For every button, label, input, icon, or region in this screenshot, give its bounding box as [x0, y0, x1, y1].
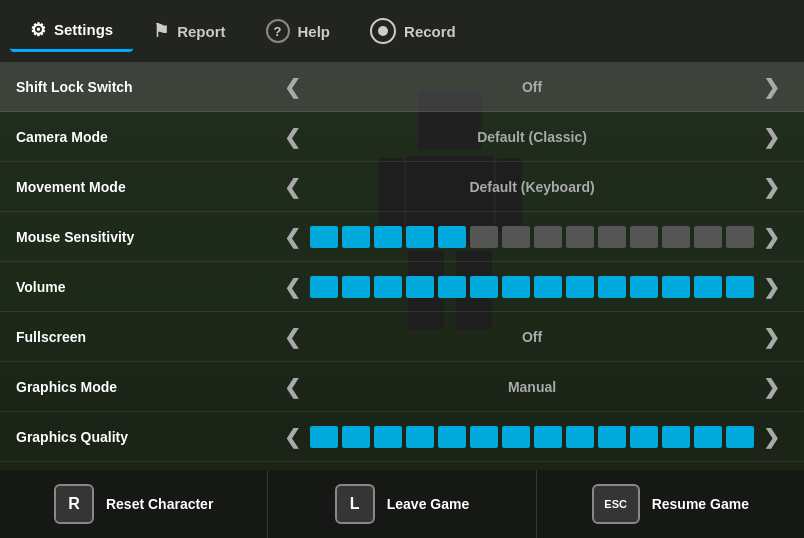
gcell-10	[598, 426, 626, 448]
gcell-6	[470, 426, 498, 448]
cell-4	[406, 226, 434, 248]
movement-mode-left[interactable]: ❮	[276, 171, 309, 203]
shift-lock-left[interactable]: ❮	[276, 71, 309, 103]
cell-10	[598, 226, 626, 248]
graphics-quality-slider[interactable]	[309, 426, 755, 448]
volume-label: Volume	[16, 279, 276, 295]
cell-5	[438, 226, 466, 248]
cell-2	[342, 226, 370, 248]
record-icon	[370, 18, 396, 44]
cell-1	[310, 226, 338, 248]
leave-key-badge: L	[335, 484, 375, 524]
vcell-7	[502, 276, 530, 298]
movement-mode-control: ❮ Default (Keyboard) ❯	[276, 171, 788, 203]
settings-icon: ⚙	[30, 19, 46, 41]
graphics-mode-label: Graphics Mode	[16, 379, 276, 395]
camera-mode-right[interactable]: ❯	[755, 121, 788, 153]
nav-record[interactable]: Record	[350, 10, 476, 52]
vcell-12	[662, 276, 690, 298]
gcell-2	[342, 426, 370, 448]
vcell-9	[566, 276, 594, 298]
setting-row-graphics-quality: Graphics Quality ❮	[0, 412, 804, 462]
volume-control: ❮ ❯	[276, 271, 788, 303]
volume-slider[interactable]	[309, 276, 755, 298]
report-icon: ⚑	[153, 20, 169, 42]
help-icon: ?	[266, 19, 290, 43]
nav-settings[interactable]: ⚙ Settings	[10, 11, 133, 52]
gcell-11	[630, 426, 658, 448]
setting-row-shift-lock: Shift Lock Switch ❮ Off ❯	[0, 62, 804, 112]
setting-row-volume: Volume ❮	[0, 262, 804, 312]
gcell-8	[534, 426, 562, 448]
gcell-13	[694, 426, 722, 448]
gcell-12	[662, 426, 690, 448]
shift-lock-right[interactable]: ❯	[755, 71, 788, 103]
graphics-quality-left[interactable]: ❮	[276, 421, 309, 453]
vcell-5	[438, 276, 466, 298]
volume-right[interactable]: ❯	[755, 271, 788, 303]
setting-row-movement-mode: Movement Mode ❮ Default (Keyboard) ❯	[0, 162, 804, 212]
graphics-mode-control: ❮ Manual ❯	[276, 371, 788, 403]
vcell-11	[630, 276, 658, 298]
graphics-quality-control: ❮ ❯	[276, 421, 788, 453]
leave-game-button[interactable]: L Leave Game	[268, 470, 536, 538]
shift-lock-label: Shift Lock Switch	[16, 79, 276, 95]
vcell-13	[694, 276, 722, 298]
resume-game-button[interactable]: ESC Resume Game	[537, 470, 804, 538]
mouse-sensitivity-left[interactable]: ❮	[276, 221, 309, 253]
fullscreen-left[interactable]: ❮	[276, 321, 309, 353]
nav-help[interactable]: ? Help	[246, 11, 351, 51]
cell-3	[374, 226, 402, 248]
shift-lock-value: Off	[309, 79, 755, 95]
nav-settings-label: Settings	[54, 21, 113, 38]
settings-content: Shift Lock Switch ❮ Off ❯ Camera Mode ❮ …	[0, 62, 804, 470]
nav-bar: ⚙ Settings ⚑ Report ? Help Record	[0, 0, 804, 62]
setting-row-camera-mode: Camera Mode ❮ Default (Classic) ❯	[0, 112, 804, 162]
volume-left[interactable]: ❮	[276, 271, 309, 303]
gcell-3	[374, 426, 402, 448]
gcell-4	[406, 426, 434, 448]
mouse-sensitivity-slider[interactable]	[309, 226, 755, 248]
mouse-sensitivity-label: Mouse Sensitivity	[16, 229, 276, 245]
graphics-quality-right[interactable]: ❯	[755, 421, 788, 453]
vcell-4	[406, 276, 434, 298]
cell-14	[726, 226, 754, 248]
nav-record-label: Record	[404, 23, 456, 40]
graphics-mode-value: Manual	[309, 379, 755, 395]
resume-game-label: Resume Game	[652, 496, 749, 512]
vcell-2	[342, 276, 370, 298]
gcell-5	[438, 426, 466, 448]
graphics-mode-right[interactable]: ❯	[755, 371, 788, 403]
shift-lock-control: ❮ Off ❯	[276, 71, 788, 103]
action-bar: R Reset Character L Leave Game ESC Resum…	[0, 470, 804, 538]
fullscreen-right[interactable]: ❯	[755, 321, 788, 353]
gcell-9	[566, 426, 594, 448]
resume-key-badge: ESC	[592, 484, 640, 524]
camera-mode-left[interactable]: ❮	[276, 121, 309, 153]
mouse-sensitivity-control: ❮ ❯	[276, 221, 788, 253]
cell-8	[534, 226, 562, 248]
mouse-sensitivity-right[interactable]: ❯	[755, 221, 788, 253]
reset-character-button[interactable]: R Reset Character	[0, 470, 268, 538]
movement-mode-right[interactable]: ❯	[755, 171, 788, 203]
graphics-mode-left[interactable]: ❮	[276, 371, 309, 403]
reset-character-label: Reset Character	[106, 496, 213, 512]
vcell-8	[534, 276, 562, 298]
cell-12	[662, 226, 690, 248]
gcell-1	[310, 426, 338, 448]
cell-9	[566, 226, 594, 248]
vcell-3	[374, 276, 402, 298]
gcell-14	[726, 426, 754, 448]
camera-mode-control: ❮ Default (Classic) ❯	[276, 121, 788, 153]
nav-report[interactable]: ⚑ Report	[133, 12, 245, 50]
reset-key-badge: R	[54, 484, 94, 524]
cell-11	[630, 226, 658, 248]
setting-row-mouse-sensitivity: Mouse Sensitivity ❮	[0, 212, 804, 262]
graphics-quality-label: Graphics Quality	[16, 429, 276, 445]
vcell-1	[310, 276, 338, 298]
cell-13	[694, 226, 722, 248]
nav-report-label: Report	[177, 23, 225, 40]
nav-help-label: Help	[298, 23, 331, 40]
fullscreen-control: ❮ Off ❯	[276, 321, 788, 353]
vcell-6	[470, 276, 498, 298]
